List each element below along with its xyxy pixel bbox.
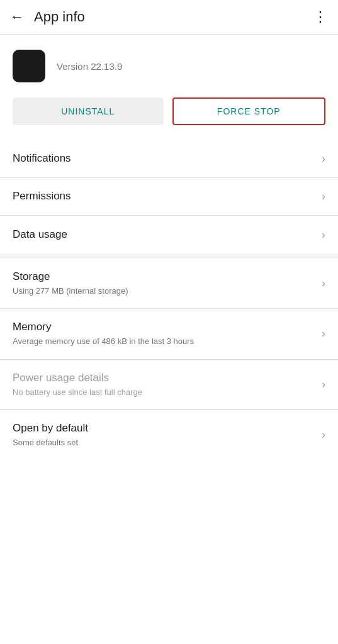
chevron-icon: › xyxy=(322,378,325,391)
app-info-row: Version 22.13.9 xyxy=(0,35,338,95)
permissions-item[interactable]: Permissions › xyxy=(0,178,338,216)
section-divider xyxy=(0,253,338,258)
storage-subtitle: Using 277 MB (internal storage) xyxy=(13,286,317,297)
open-by-default-item[interactable]: Open by default Some defaults set › xyxy=(0,410,338,460)
power-usage-title: Power usage details xyxy=(13,371,317,385)
storage-title: Storage xyxy=(13,270,317,284)
chevron-icon: › xyxy=(322,152,325,165)
chevron-icon: › xyxy=(322,277,325,290)
memory-item[interactable]: Memory Average memory use of 486 kB in t… xyxy=(0,309,338,359)
chevron-icon: › xyxy=(322,228,325,242)
header-left: ← App info xyxy=(10,9,85,25)
memory-title: Memory xyxy=(13,320,317,334)
action-buttons: UNINSTALL FORCE STOP xyxy=(0,95,338,140)
header: ← App info ⋮ xyxy=(0,0,338,35)
chevron-icon: › xyxy=(322,327,325,340)
uninstall-button[interactable]: UNINSTALL xyxy=(13,97,164,125)
notifications-title: Notifications xyxy=(13,152,317,165)
main-list-section-1: Notifications › Permissions › Data usage… xyxy=(0,140,338,253)
data-usage-title: Data usage xyxy=(13,228,317,242)
open-by-default-title: Open by default xyxy=(13,421,317,435)
more-options-icon[interactable]: ⋮ xyxy=(313,9,328,25)
back-button[interactable]: ← xyxy=(10,9,24,25)
force-stop-button[interactable]: FORCE STOP xyxy=(172,97,326,125)
app-icon xyxy=(13,50,45,82)
permissions-title: Permissions xyxy=(13,189,317,203)
power-usage-subtitle: No battery use since last full charge xyxy=(13,387,317,398)
notifications-item[interactable]: Notifications › xyxy=(0,140,338,178)
main-list-section-2: Storage Using 277 MB (internal storage) … xyxy=(0,258,338,460)
open-by-default-subtitle: Some defaults set xyxy=(13,437,317,448)
chevron-icon: › xyxy=(322,190,325,203)
power-usage-item[interactable]: Power usage details No battery use since… xyxy=(0,360,338,410)
memory-subtitle: Average memory use of 486 kB in the last… xyxy=(13,336,317,347)
data-usage-item[interactable]: Data usage › xyxy=(0,216,338,253)
storage-item[interactable]: Storage Using 277 MB (internal storage) … xyxy=(0,258,338,309)
app-version: Version 22.13.9 xyxy=(57,61,122,72)
chevron-icon: › xyxy=(322,428,325,441)
page-title: App info xyxy=(34,9,85,25)
